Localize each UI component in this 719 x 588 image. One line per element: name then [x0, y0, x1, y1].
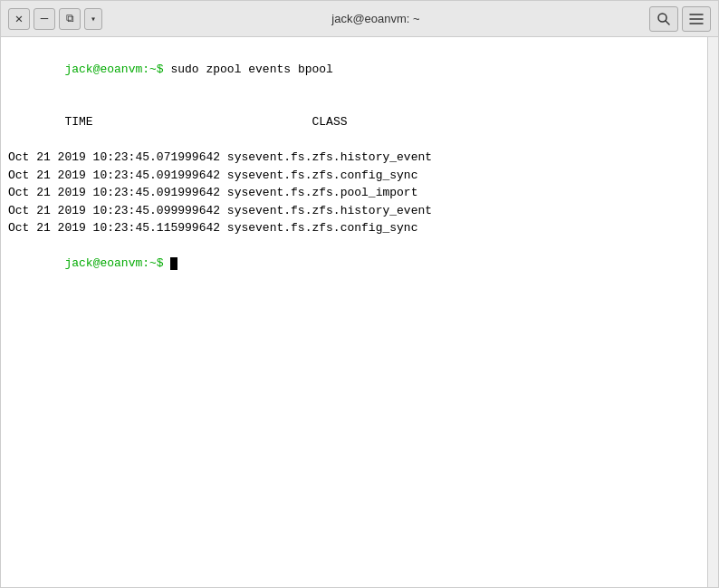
final-prompt-symbol: :~$	[142, 256, 163, 270]
dropdown-button[interactable]: ▾	[84, 8, 102, 30]
terminal-body[interactable]: jack@eoanvm:~$ sudo zpool events bpool T…	[1, 37, 707, 587]
title-bar-left-controls: ✕ ─ ⧉ ▾	[8, 8, 102, 30]
table-row: Oct 21 2019 10:23:45.071999642 sysevent.…	[8, 149, 700, 167]
search-button[interactable]	[649, 6, 678, 32]
command-text: sudo zpool events bpool	[164, 63, 333, 76]
table-header: TIME CLASS	[8, 96, 700, 149]
command-line: jack@eoanvm:~$ sudo zpool events bpool	[8, 43, 700, 96]
table-row: Oct 21 2019 10:23:45.115999642 sysevent.…	[8, 219, 700, 237]
table-row: Oct 21 2019 10:23:45.091999642 sysevent.…	[8, 167, 700, 185]
close-button[interactable]: ✕	[8, 8, 30, 30]
cursor-block	[164, 256, 178, 270]
title-bar-right-controls	[649, 6, 711, 32]
minimize-button[interactable]: ─	[34, 8, 55, 30]
scrollbar[interactable]	[707, 37, 718, 587]
title-bar-title: jack@eoanvm: ~	[102, 12, 649, 25]
menu-button[interactable]	[682, 6, 711, 32]
svg-line-1	[666, 21, 669, 24]
prompt-user: jack@eoanvm	[64, 63, 142, 76]
table-row: Oct 21 2019 10:23:45.099999642 sysevent.…	[8, 202, 700, 220]
maximize-button[interactable]: ⧉	[59, 8, 81, 30]
table-row: Oct 21 2019 10:23:45.091999642 sysevent.…	[8, 184, 700, 202]
final-prompt-user: jack@eoanvm	[64, 256, 142, 270]
class-column-spacer	[93, 115, 312, 129]
prompt-symbol: :~$	[142, 63, 163, 76]
title-bar: ✕ ─ ⧉ ▾ jack@eoanvm: ~	[1, 1, 718, 37]
terminal-window: ✕ ─ ⧉ ▾ jack@eoanvm: ~	[0, 0, 719, 588]
time-column-header: TIME	[64, 115, 92, 129]
final-prompt-line: jack@eoanvm:~$	[8, 237, 700, 291]
terminal-content: jack@eoanvm:~$ sudo zpool events bpool T…	[1, 37, 718, 587]
class-column-header: CLASS	[312, 115, 347, 129]
